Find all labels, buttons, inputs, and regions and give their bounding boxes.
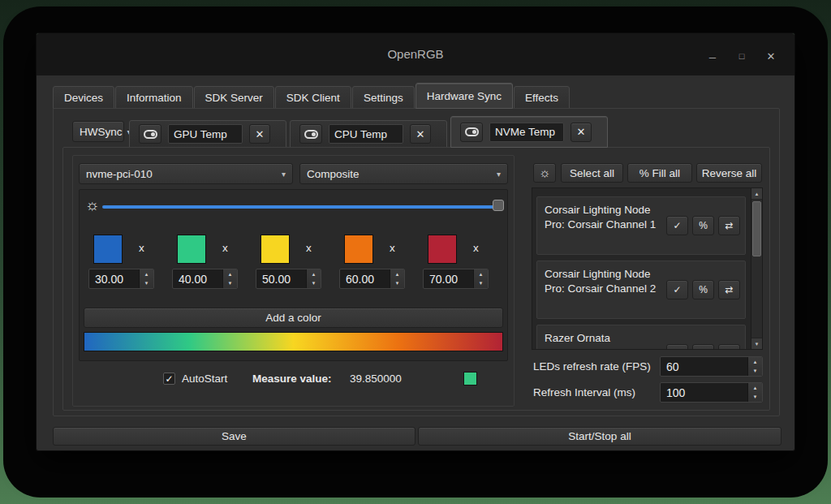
spin-down-icon[interactable]: ▼ (390, 279, 404, 289)
device-enable-button[interactable]: ✓ (666, 216, 688, 235)
measure-device-value: nvme-pci-010 (86, 168, 153, 180)
refresh-interval-input[interactable] (661, 383, 747, 402)
device-percent-button[interactable]: % (692, 344, 714, 350)
reverse-all-button[interactable]: Reverse all (696, 163, 762, 183)
spin-down-icon[interactable]: ▼ (748, 367, 762, 377)
profile-tab-cpu-temp[interactable]: ✕ (290, 120, 447, 148)
device-enable-button[interactable]: ✓ (666, 344, 688, 350)
hwsync-selector[interactable]: HWSync ▾ (72, 121, 124, 142)
remove-color-button[interactable]: x (306, 242, 312, 254)
tab-sdk-server[interactable]: SDK Server (194, 86, 274, 109)
tab-settings[interactable]: Settings (352, 86, 415, 109)
spin-up-icon[interactable]: ▲ (307, 269, 321, 279)
fps-label: LEDs refresh rate (FPS) (533, 360, 651, 373)
profile-pane: nvme-pci-010 ▾ Composite ▾ ☼ x ▲ (62, 147, 770, 411)
device-enable-button[interactable]: ✓ (666, 280, 688, 299)
autostart-checkbox[interactable]: ✓ (163, 373, 175, 385)
color-value-spinbox[interactable]: ▲▼ (172, 269, 238, 289)
profile-visibility-button[interactable] (299, 124, 322, 144)
spin-up-icon[interactable]: ▲ (474, 269, 488, 279)
color-swatch[interactable] (260, 235, 290, 264)
color-value-input[interactable] (424, 269, 473, 288)
spin-up-icon[interactable]: ▲ (748, 357, 762, 367)
color-value-input[interactable] (173, 269, 222, 288)
gradient-bar (84, 332, 503, 351)
color-value-spinbox[interactable]: ▲▼ (339, 269, 405, 289)
close-button[interactable]: ✕ (762, 48, 780, 64)
maximize-button[interactable]: □ (733, 48, 751, 64)
measure-mode-select[interactable]: Composite ▾ (299, 163, 508, 184)
brightness-slider[interactable] (102, 205, 495, 209)
openrgb-window: OpenRGB – □ ✕ Devices Information SDK Se… (36, 32, 795, 451)
profile-name-input[interactable] (168, 124, 243, 144)
spin-down-icon[interactable]: ▼ (307, 279, 321, 289)
device-percent-button[interactable]: % (692, 280, 714, 299)
color-swatch[interactable] (93, 235, 123, 264)
tab-hardware-sync[interactable]: Hardware Sync (416, 83, 513, 109)
checkmark-icon: ✓ (165, 373, 173, 385)
scroll-up-icon[interactable]: ▲ (751, 188, 762, 200)
spin-down-icon[interactable]: ▼ (474, 279, 488, 289)
device-row[interactable]: Corsair Lighting Node Pro: Corsair Chann… (536, 196, 746, 255)
fill-all-button[interactable]: % Fill all (627, 163, 692, 183)
color-value-input[interactable] (340, 269, 390, 288)
color-swatch[interactable] (177, 235, 206, 264)
measure-value-label: Measure value: (252, 373, 332, 385)
profile-close-button[interactable]: ✕ (249, 124, 270, 144)
device-reverse-button[interactable]: ⇄ (718, 280, 740, 299)
add-color-button[interactable]: Add a color (84, 308, 503, 328)
profile-close-button[interactable]: ✕ (571, 123, 592, 142)
spin-up-icon[interactable]: ▲ (748, 383, 762, 393)
spin-down-icon[interactable]: ▼ (140, 279, 153, 289)
profile-close-button[interactable]: ✕ (410, 124, 431, 144)
scrollbar-thumb[interactable] (752, 201, 761, 256)
color-value-spinbox[interactable]: ▲▼ (256, 269, 321, 289)
refresh-interval-label: Refresh Interval (ms) (533, 386, 635, 398)
device-percent-button[interactable]: % (692, 216, 714, 235)
color-value-input[interactable] (89, 269, 139, 288)
color-value-spinbox[interactable]: ▲▼ (423, 269, 489, 289)
device-row[interactable]: Corsair Lighting Node Pro: Corsair Chann… (536, 261, 746, 319)
brightness-slider-handle[interactable] (493, 200, 504, 211)
device-reverse-button[interactable]: ⇄ (718, 216, 740, 235)
remove-color-button[interactable]: x (139, 242, 144, 254)
profile-name-input[interactable] (329, 124, 403, 144)
fps-input[interactable] (661, 357, 747, 376)
tab-effects[interactable]: Effects (514, 86, 570, 109)
color-swatch[interactable] (428, 235, 457, 264)
minimize-button[interactable]: – (704, 48, 721, 64)
tab-sdk-client[interactable]: SDK Client (275, 86, 351, 109)
spin-up-icon[interactable]: ▲ (140, 269, 153, 279)
spin-down-icon[interactable]: ▼ (223, 279, 237, 289)
device-row[interactable]: Razer Ornata ✓ % ⇄ (536, 325, 746, 350)
color-value-spinbox[interactable]: ▲▼ (88, 269, 154, 289)
spin-up-icon[interactable]: ▲ (223, 269, 237, 279)
color-value-input[interactable] (256, 269, 306, 288)
autostart-label: AutoStart (182, 373, 227, 385)
color-swatch[interactable] (344, 235, 373, 264)
scroll-down-icon[interactable]: ▼ (751, 338, 762, 349)
profile-visibility-button[interactable] (460, 123, 483, 142)
profile-visibility-button[interactable] (139, 124, 161, 144)
brightness-all-button[interactable]: ☼ (533, 163, 556, 183)
spin-up-icon[interactable]: ▲ (390, 269, 404, 279)
start-stop-all-button[interactable]: Start/Stop all (418, 427, 781, 446)
refresh-interval-spinbox[interactable]: ▲▼ (660, 382, 763, 403)
remove-color-button[interactable]: x (473, 242, 479, 254)
device-reverse-button[interactable]: ⇄ (718, 344, 740, 350)
spin-down-icon[interactable]: ▼ (748, 393, 762, 403)
eye-toggle-icon (144, 130, 157, 139)
select-all-button[interactable]: Select all (561, 163, 623, 183)
measure-device-select[interactable]: nvme-pci-010 ▾ (79, 163, 293, 184)
profile-name-input[interactable] (489, 123, 564, 142)
save-button[interactable]: Save (53, 427, 416, 446)
device-list-scrollbar[interactable]: ▲ ▼ (751, 188, 762, 349)
remove-color-button[interactable]: x (222, 242, 228, 254)
tab-information[interactable]: Information (115, 86, 193, 109)
remove-color-button[interactable]: x (390, 242, 395, 254)
profile-tab-nvme-temp[interactable]: ✕ (450, 116, 608, 148)
titlebar[interactable]: OpenRGB – □ ✕ (37, 33, 794, 75)
tab-devices[interactable]: Devices (53, 86, 114, 109)
fps-spinbox[interactable]: ▲▼ (660, 356, 763, 377)
profile-tab-gpu-temp[interactable]: ✕ (129, 120, 286, 148)
